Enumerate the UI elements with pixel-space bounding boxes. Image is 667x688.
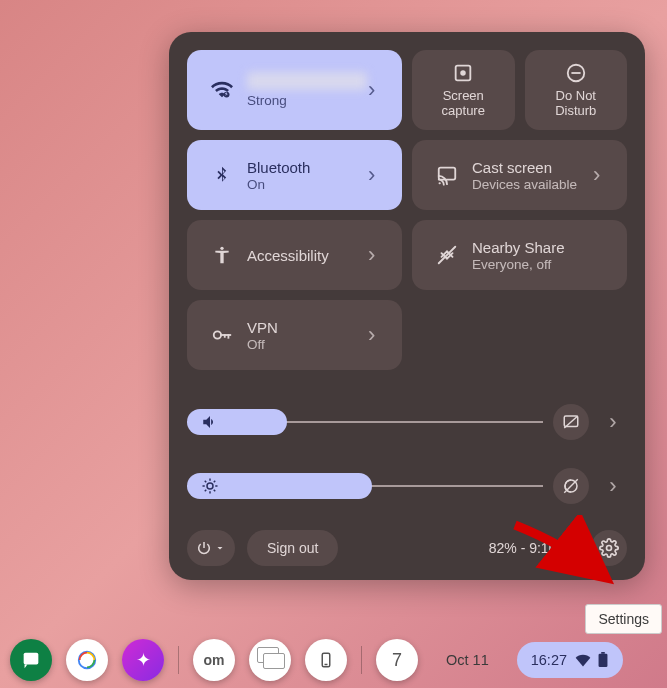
shelf-time: 16:27 xyxy=(531,652,567,668)
cast-icon xyxy=(430,164,464,186)
brightness-row: › xyxy=(187,468,627,504)
chevron-right-icon: › xyxy=(368,242,392,268)
chevron-right-icon: › xyxy=(368,162,392,188)
shelf-separator xyxy=(361,646,362,674)
svg-point-2 xyxy=(461,70,467,76)
accessibility-tile[interactable]: Accessibility › xyxy=(187,220,402,290)
bluetooth-icon xyxy=(205,165,239,185)
dnd-tile[interactable]: Do Not Disturb xyxy=(525,50,628,130)
shelf: ✦ om 7 Oct 11 16:27 xyxy=(0,632,667,688)
brightness-expand[interactable]: › xyxy=(599,473,627,499)
power-button[interactable] xyxy=(187,530,235,566)
accessibility-icon xyxy=(205,245,239,265)
shelf-date[interactable]: Oct 11 xyxy=(432,642,503,678)
volume-slider[interactable] xyxy=(187,409,543,435)
nearby-share-tile[interactable]: Nearby Share Everyone, off xyxy=(412,220,627,290)
chevron-right-icon: › xyxy=(368,77,392,103)
vpn-label: VPN xyxy=(247,319,368,336)
night-light-button[interactable] xyxy=(553,468,589,504)
nearby-share-label: Nearby Share xyxy=(472,239,617,256)
nearby-share-icon xyxy=(430,244,464,266)
screen-capture-icon xyxy=(452,62,474,84)
svg-line-8 xyxy=(439,247,456,264)
dnd-icon xyxy=(565,62,587,84)
wifi-icon xyxy=(205,79,239,101)
svg-line-23 xyxy=(214,481,216,483)
wifi-ssid-redacted xyxy=(247,72,367,90)
svg-point-7 xyxy=(220,247,223,250)
svg-rect-32 xyxy=(601,652,605,654)
cast-label: Cast screen xyxy=(472,159,593,176)
bluetooth-status: On xyxy=(247,177,368,192)
screen-capture-label: Screen capture xyxy=(442,89,485,118)
svg-point-6 xyxy=(439,182,441,184)
wifi-tile[interactable]: Strong › xyxy=(187,50,402,130)
svg-rect-12 xyxy=(224,334,226,338)
svg-rect-11 xyxy=(228,334,230,339)
volume-icon xyxy=(201,413,219,431)
svg-line-21 xyxy=(214,490,216,492)
svg-rect-5 xyxy=(439,168,456,180)
svg-rect-31 xyxy=(599,654,608,667)
brightness-icon xyxy=(201,477,219,495)
shelf-notification-count[interactable]: 7 xyxy=(376,639,418,681)
wifi-strength: Strong xyxy=(247,93,368,108)
bluetooth-label: Bluetooth xyxy=(247,159,368,176)
svg-rect-27 xyxy=(24,653,39,665)
shelf-app-windows[interactable] xyxy=(249,639,291,681)
shelf-status-area[interactable]: 16:27 xyxy=(517,642,623,678)
settings-button[interactable] xyxy=(591,530,627,566)
battery-text: 82% - 9:10 left xyxy=(350,540,579,556)
shelf-app-omni[interactable]: om xyxy=(193,639,235,681)
svg-line-20 xyxy=(205,481,207,483)
quick-settings-panel: Strong › Screen capture Do Not Disturb xyxy=(169,32,645,580)
svg-point-15 xyxy=(207,483,213,489)
cast-status: Devices available xyxy=(472,177,593,192)
audio-output-button[interactable] xyxy=(553,404,589,440)
dnd-label: Do Not Disturb xyxy=(555,89,596,118)
shelf-app-phone[interactable] xyxy=(305,639,347,681)
vpn-icon xyxy=(205,324,239,346)
wifi-icon xyxy=(575,652,591,668)
brightness-slider[interactable] xyxy=(187,473,543,499)
shelf-app-chat[interactable] xyxy=(10,639,52,681)
svg-point-26 xyxy=(607,546,612,551)
battery-icon xyxy=(597,652,609,668)
svg-rect-10 xyxy=(220,334,231,336)
bluetooth-tile[interactable]: Bluetooth On › xyxy=(187,140,402,210)
cast-tile[interactable]: Cast screen Devices available › xyxy=(412,140,627,210)
vpn-tile[interactable]: VPN Off › xyxy=(187,300,402,370)
nearby-share-status: Everyone, off xyxy=(472,257,617,272)
accessibility-label: Accessibility xyxy=(247,247,368,264)
screen-capture-tile[interactable]: Screen capture xyxy=(412,50,515,130)
vpn-status: Off xyxy=(247,337,368,352)
volume-expand[interactable]: › xyxy=(599,409,627,435)
volume-row: › xyxy=(187,404,627,440)
shelf-separator xyxy=(178,646,179,674)
svg-line-22 xyxy=(205,490,207,492)
sign-out-button[interactable]: Sign out xyxy=(247,530,338,566)
svg-point-9 xyxy=(214,331,221,338)
settings-tooltip: Settings xyxy=(585,604,662,634)
shelf-app-star[interactable]: ✦ xyxy=(122,639,164,681)
gear-icon xyxy=(599,538,619,558)
chevron-right-icon: › xyxy=(368,322,392,348)
shelf-app-files[interactable] xyxy=(66,639,108,681)
chevron-right-icon: › xyxy=(593,162,617,188)
